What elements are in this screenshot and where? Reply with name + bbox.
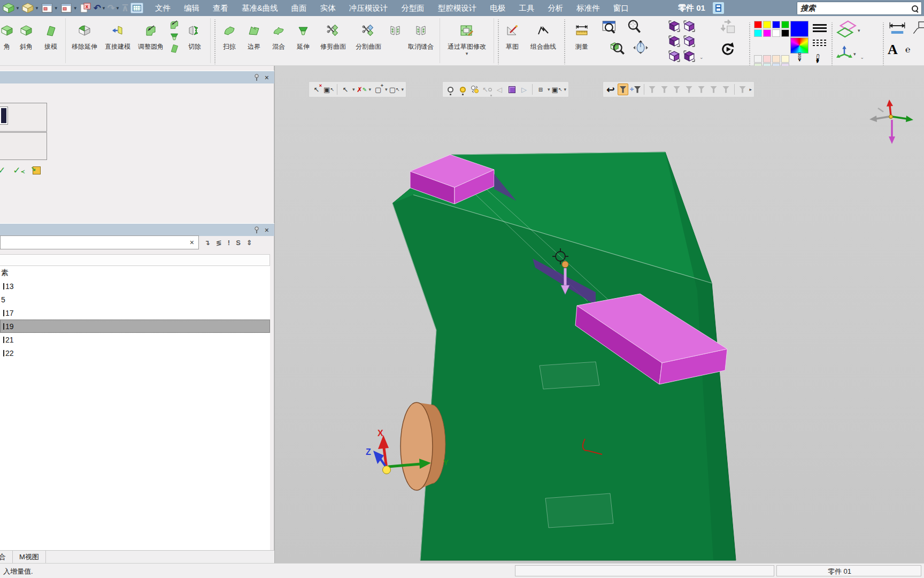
menu-surface[interactable]: 曲面 xyxy=(291,3,307,13)
leader-note-icon[interactable] xyxy=(912,20,924,39)
mini-stamp-icon[interactable] xyxy=(168,31,180,42)
chevron-down-icon[interactable]: ▼ xyxy=(16,6,20,11)
filter-suppress-icon[interactable]: S xyxy=(236,239,241,247)
filter-important-icon[interactable]: ! xyxy=(228,239,230,247)
ribbon-sweep-button[interactable]: 扫掠 xyxy=(217,16,242,51)
chevron-down-icon[interactable]: ▼ xyxy=(73,6,78,11)
close-icon[interactable]: × xyxy=(265,226,269,234)
window-tool-icon[interactable] xyxy=(41,2,53,14)
list-item-selected[interactable]: 19 xyxy=(0,320,270,333)
chevron-down-icon[interactable]: ▼ xyxy=(35,6,39,11)
undo-icon[interactable]: ↶ xyxy=(94,3,101,14)
chevron-down-icon[interactable]: ▼ xyxy=(102,6,106,11)
menu-stamping-die[interactable]: 冲压模设计 xyxy=(349,3,388,13)
list-item[interactable]: 22 xyxy=(0,346,270,360)
menu-electrode[interactable]: 电极 xyxy=(490,3,505,13)
list-item[interactable]: 13 xyxy=(0,279,270,293)
list-item[interactable]: 5 xyxy=(0,293,270,306)
color-swatch-blue[interactable] xyxy=(772,21,780,28)
menu-analysis[interactable]: 分析 xyxy=(548,3,563,13)
close-icon[interactable]: × xyxy=(265,74,269,81)
pale-swatch[interactable] xyxy=(781,55,789,63)
ok-check-icon[interactable]: ✓ xyxy=(0,165,5,176)
pale-swatch[interactable] xyxy=(772,55,780,63)
list-item[interactable]: 21 xyxy=(0,333,270,346)
command-search-box[interactable]: 搜索 xyxy=(797,2,922,15)
pin-icon[interactable] xyxy=(254,74,259,81)
chevron-down-icon[interactable]: ▼ xyxy=(116,6,120,11)
ribbon-cut-button[interactable]: 切除 xyxy=(181,16,208,51)
ribbon-sketch-button[interactable]: 草图 xyxy=(500,16,524,51)
color-swatch-yellow[interactable] xyxy=(763,21,771,28)
menu-view[interactable]: 查看 xyxy=(213,3,228,13)
zoom-fit-icon[interactable] xyxy=(609,40,625,57)
datum-csys-icon[interactable] xyxy=(835,45,853,63)
redo-icon[interactable]: ↷ xyxy=(107,3,115,14)
color-swatch-magenta[interactable] xyxy=(763,29,771,37)
line-style-icon[interactable] xyxy=(813,38,827,48)
ribbon-measure-button[interactable]: 测量 xyxy=(567,16,597,51)
menu-window[interactable]: 窗口 xyxy=(613,3,629,13)
save-icon[interactable] xyxy=(713,2,724,14)
ribbon-draft-button[interactable]: 拔模 xyxy=(38,16,63,51)
ribbon-unsew-button[interactable]: 取消缝合 xyxy=(404,16,437,51)
color-swatch-black[interactable] xyxy=(781,29,789,37)
filter-sort-icon[interactable]: ≶ xyxy=(216,239,222,247)
shaded-view-icon[interactable] xyxy=(668,20,682,34)
ribbon-extend-button[interactable]: 延伸 xyxy=(291,16,315,51)
hidden-edge-view-icon[interactable] xyxy=(668,35,682,49)
ribbon-direct-modeling-button[interactable]: 直接建模 xyxy=(101,16,134,51)
cylinder-boss[interactable] xyxy=(401,402,445,490)
ribbon-adjust-fillet-button[interactable]: 调整圆角 xyxy=(134,16,167,51)
list-item[interactable]: 17 xyxy=(0,306,270,320)
ribbon-split-surface-button[interactable]: 分割曲面 xyxy=(351,16,386,51)
ribbon-remove-extend-button[interactable]: 移除延伸 xyxy=(68,16,101,51)
ribbon-combined-curve-button[interactable]: 组合曲线 xyxy=(524,16,563,51)
ribbon-trim-surface-button[interactable]: 修剪曲面 xyxy=(315,16,351,51)
tab-assembly[interactable]: 合 xyxy=(0,551,13,563)
search-icon[interactable] xyxy=(912,5,918,12)
pin-icon[interactable] xyxy=(254,226,259,234)
current-color-swatch[interactable] xyxy=(790,21,808,37)
filter-branch-icon[interactable]: ↴ xyxy=(204,239,210,247)
menu-cavity-die[interactable]: 型腔模设计 xyxy=(438,3,477,13)
pan-icon[interactable] xyxy=(633,40,649,57)
color-swatch-green[interactable] xyxy=(781,21,789,28)
clip-icon[interactable]: ⊼ xyxy=(121,3,129,14)
value-input-field[interactable] xyxy=(0,107,7,124)
new-part-icon[interactable] xyxy=(2,2,15,14)
open-part-icon[interactable] xyxy=(21,2,34,14)
cancel-exit-icon[interactable] xyxy=(33,166,41,174)
chevron-down-icon[interactable]: ▾ xyxy=(466,51,468,56)
half-shade-view-icon[interactable] xyxy=(683,35,697,49)
filter-input[interactable]: × xyxy=(0,235,199,249)
ribbon-corner-button[interactable]: 角 xyxy=(0,16,14,51)
mini-slab-icon[interactable] xyxy=(168,43,180,54)
symbol-icon[interactable]: ℮ xyxy=(905,45,911,55)
mini-rotate-face-icon[interactable] xyxy=(168,19,180,30)
paintbrush-icon[interactable]: 🖌 xyxy=(812,49,828,65)
graphics-viewport[interactable]: ↖× ▣↖ ↖▾ ✗✎▾ ▢+▾ ▢↖▾ ↖ ◁ ▷ ⧈▾ ▣↖▾ ↩ ✛ xyxy=(274,66,924,563)
wireframe-view-icon[interactable] xyxy=(683,20,697,34)
pale-swatch[interactable] xyxy=(763,55,771,63)
zoom-icon[interactable] xyxy=(625,19,641,36)
color-swatch-white[interactable] xyxy=(772,29,780,37)
expand-more-icon[interactable]: ⌄ xyxy=(860,55,865,60)
ribbon-modify-by-sketch-button[interactable]: 通过草图修改▾ xyxy=(442,16,491,56)
color-swatch-red[interactable] xyxy=(754,21,762,28)
chevron-down-icon[interactable]: ▼ xyxy=(54,6,58,11)
dimension-icon[interactable] xyxy=(888,20,907,39)
menu-standard-parts[interactable]: 标准件 xyxy=(576,3,600,13)
menu-parting-surface[interactable]: 分型面 xyxy=(401,3,425,13)
ribbon-blend-button[interactable]: 混合 xyxy=(266,16,291,51)
ribbon-sew-button[interactable] xyxy=(386,16,404,42)
section-view-icon[interactable] xyxy=(668,50,682,64)
datum-plane-icon[interactable] xyxy=(835,20,858,41)
ribbon-chamfer-button[interactable]: 斜角 xyxy=(14,16,38,51)
menu-datum-curve[interactable]: 基准&曲线 xyxy=(242,3,278,13)
clear-filter-icon[interactable]: × xyxy=(190,238,194,247)
translucent-view-icon[interactable] xyxy=(683,50,697,64)
filter-expand-icon[interactable]: ⇕ xyxy=(247,239,252,247)
list-item[interactable]: 素 xyxy=(0,266,270,279)
window-tool2-icon[interactable] xyxy=(60,2,73,14)
